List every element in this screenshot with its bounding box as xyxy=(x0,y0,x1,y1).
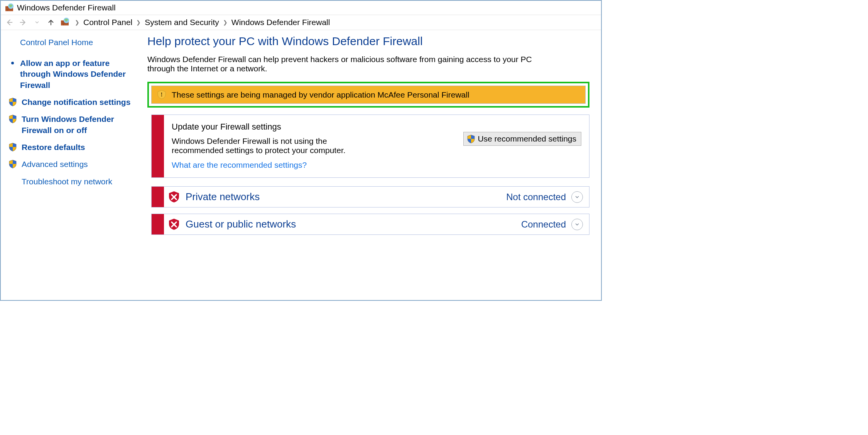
sidebar-item-label: Allow an app or feature through Windows … xyxy=(20,58,134,91)
breadcrumb-item[interactable]: System and Security xyxy=(145,18,219,27)
firewall-window: Windows Defender Firewall ❯ Control Pane… xyxy=(0,0,602,301)
network-title: Private networks xyxy=(186,191,501,203)
network-title: Guest or public networks xyxy=(186,218,516,230)
sidebar-item-label: Advanced settings xyxy=(22,159,134,170)
network-status: Not connected xyxy=(506,192,566,202)
network-section-private[interactable]: Private networks Not connected xyxy=(151,186,589,207)
breadcrumb-item[interactable]: Windows Defender Firewall xyxy=(231,18,330,27)
update-description: Windows Defender Firewall is not using t… xyxy=(172,137,349,155)
vendor-banner-text: These settings are being managed by vend… xyxy=(172,90,469,99)
sidebar-item-label: Change notification settings xyxy=(22,97,134,108)
sidebar-item-restore-defaults[interactable]: Restore defaults xyxy=(8,142,134,153)
page-description: Windows Defender Firewall can help preve… xyxy=(147,55,533,73)
chevron-down-icon[interactable] xyxy=(571,191,583,203)
chevron-right-icon: ❯ xyxy=(223,19,228,25)
network-status: Connected xyxy=(521,219,566,230)
sidebar-item-label: Turn Windows Defender Firewall on or off xyxy=(22,114,134,136)
breadcrumb: ❯ Control Panel ❯ System and Security ❯ … xyxy=(75,18,330,27)
update-title: Update your Firewall settings xyxy=(172,122,452,132)
update-settings-box: Update your Firewall settings Windows De… xyxy=(151,115,589,178)
addressbar: ❯ Control Panel ❯ System and Security ❯ … xyxy=(1,15,601,30)
sidebar-item-label: Restore defaults xyxy=(22,142,134,153)
breadcrumb-icon xyxy=(60,17,70,27)
sidebar-item-turn-on-off[interactable]: Turn Windows Defender Firewall on or off xyxy=(8,114,134,136)
firewall-app-icon xyxy=(5,3,14,12)
use-recommended-settings-button[interactable]: Use recommended settings xyxy=(463,132,581,146)
network-section-public[interactable]: Guest or public networks Connected xyxy=(151,214,589,235)
chevron-right-icon: ❯ xyxy=(136,19,141,25)
sidebar-item-change-notifications[interactable]: Change notification settings xyxy=(8,97,134,108)
up-button[interactable] xyxy=(46,18,56,27)
main-panel: Help protect your PC with Windows Defend… xyxy=(140,30,601,300)
bullet-icon xyxy=(8,58,16,64)
vendor-banner-highlight: These settings are being managed by vend… xyxy=(147,82,589,108)
shield-icon xyxy=(8,97,18,106)
shield-error-icon xyxy=(168,218,180,231)
button-label: Use recommended settings xyxy=(478,134,576,143)
sidebar-item-label: Troubleshoot my network xyxy=(22,176,134,187)
alert-stripe xyxy=(152,115,164,177)
alert-stripe xyxy=(152,187,164,207)
recommended-settings-link[interactable]: What are the recommended settings? xyxy=(172,160,307,169)
page-heading: Help protect your PC with Windows Defend… xyxy=(147,35,589,48)
vendor-banner: These settings are being managed by vend… xyxy=(151,86,586,104)
forward-button[interactable] xyxy=(19,18,28,27)
warning-shield-icon xyxy=(157,90,166,99)
alert-stripe xyxy=(152,214,164,234)
chevron-right-icon: ❯ xyxy=(75,19,79,25)
control-panel-home-link[interactable]: Control Panel Home xyxy=(20,38,93,47)
shield-error-icon xyxy=(168,191,180,203)
sidebar-item-allow-app[interactable]: Allow an app or feature through Windows … xyxy=(8,58,134,91)
back-button[interactable] xyxy=(5,18,14,27)
titlebar: Windows Defender Firewall xyxy=(1,1,601,15)
breadcrumb-item[interactable]: Control Panel xyxy=(83,18,132,27)
recent-locations-dropdown[interactable] xyxy=(32,18,42,27)
window-title: Windows Defender Firewall xyxy=(17,3,116,12)
sidebar: Control Panel Home Allow an app or featu… xyxy=(1,30,140,300)
shield-icon xyxy=(467,135,475,143)
shield-icon xyxy=(8,159,18,169)
sidebar-item-troubleshoot[interactable]: Troubleshoot my network xyxy=(8,176,134,187)
shield-icon xyxy=(8,142,18,152)
chevron-down-icon[interactable] xyxy=(571,219,583,230)
sidebar-item-advanced-settings[interactable]: Advanced settings xyxy=(8,159,134,170)
shield-icon xyxy=(8,114,18,123)
